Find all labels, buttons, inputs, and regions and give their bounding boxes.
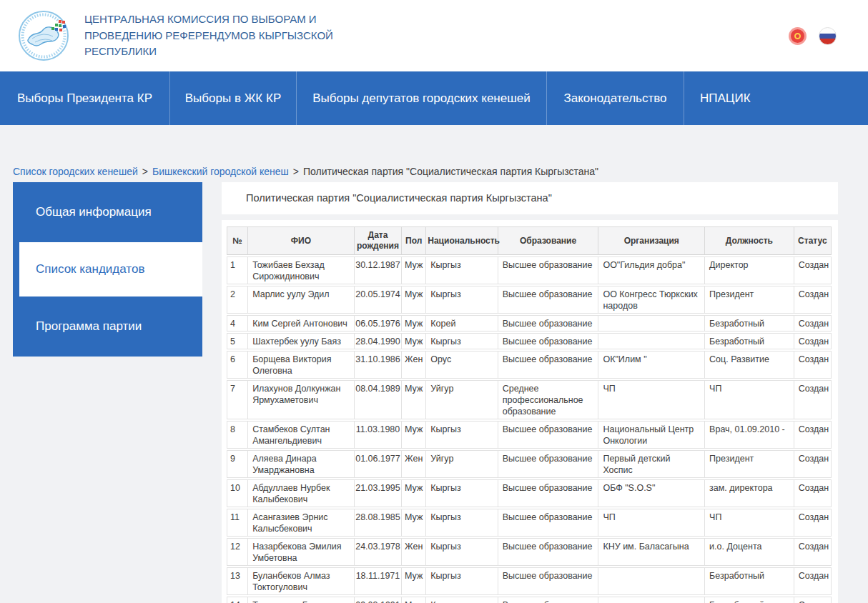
nav-item-1[interactable]: Выборы Президента КР (0, 71, 170, 125)
table-cell: Высшее образование (498, 315, 598, 332)
table-cell: Безработный (704, 597, 794, 603)
site-title: Центральная комиссия по выборам и провед… (84, 11, 340, 60)
sidebar-item[interactable]: Список кандидатов (19, 242, 202, 296)
table-cell: Тожибаев Бехзад Сирожидинович (247, 256, 354, 284)
party-title-card: Политическая партия "Социалистическая па… (222, 182, 838, 214)
table-cell: Назарбекова Эмилия Умбетовна (247, 538, 354, 566)
column-header: Организация (598, 226, 704, 255)
table-cell: 08.04.1989 (354, 380, 401, 419)
table-cell: 1 (227, 256, 247, 284)
table-cell: Создан (794, 479, 832, 507)
table-cell: 28.04.1990 (354, 333, 401, 349)
table-cell: Безработный (704, 567, 794, 595)
table-cell: 30.12.1987 (354, 256, 401, 284)
table-cell: 18.11.1971 (354, 567, 401, 595)
table-row: 6Борщева Виктория Олеговна31.10.1986ЖенО… (227, 351, 832, 379)
table-cell: Кыргыз (425, 597, 497, 603)
table-cell: Муж (401, 315, 425, 332)
breadcrumb-item[interactable]: Список городских кенешей (13, 166, 138, 177)
table-cell: Марлис уулу Эдил (247, 286, 354, 314)
breadcrumb-item[interactable]: Бишкекский городской кенеш (152, 166, 289, 177)
table-cell: ЧП (598, 380, 704, 419)
table-cell: ЧП (704, 509, 794, 537)
table-cell: 11 (227, 509, 247, 537)
column-header: № (227, 226, 247, 255)
table-cell: Кыргыз (425, 421, 497, 449)
table-header-row: №ФИОДата рожденияПолНациональностьОбразо… (227, 226, 832, 255)
table-cell: КНУ им. Баласагына (598, 538, 704, 566)
table-cell (598, 333, 704, 349)
table-row: 11Асангазиев Эрнис Калысбекович28.08.198… (227, 509, 832, 537)
table-cell: Создан (794, 450, 832, 478)
table-row: 4Ким Сергей Антонович06.05.1976МужКорейВ… (227, 315, 832, 332)
column-header: Образование (498, 226, 598, 255)
sidebar-item[interactable]: Общая информация (13, 182, 202, 242)
table-cell: Президент (704, 286, 794, 314)
column-header: Статус (794, 226, 832, 255)
table-cell: Борщева Виктория Олеговна (247, 351, 354, 379)
table-cell: Муж (401, 509, 425, 537)
column-header: ФИО (247, 226, 354, 255)
table-cell: Создан (794, 538, 832, 566)
table-cell: Кыргыз (425, 538, 497, 566)
table-cell (598, 597, 704, 603)
table-cell: Создан (794, 333, 832, 349)
nav-item-2[interactable]: Выборы в ЖК КР (170, 71, 297, 125)
table-cell: Кыргыз (425, 479, 497, 507)
table-cell: Шахтербек уулу Баяз (247, 333, 354, 349)
table-cell: Создан (794, 567, 832, 595)
table-row: 2Марлис уулу Эдил20.05.1974МужКыргызВысш… (227, 286, 832, 314)
page-title: Политическая партия "Социалистическая па… (246, 192, 552, 204)
table-cell: Орус (425, 351, 497, 379)
kyrgyz-flag-icon[interactable] (789, 27, 807, 45)
table-cell: Высшее образование (498, 597, 598, 603)
table-cell: 28.08.1985 (354, 509, 401, 537)
table-cell: 13 (227, 567, 247, 595)
table-cell: Высшее образование (498, 450, 598, 478)
table-cell: Создан (794, 351, 832, 379)
table-cell: Создан (794, 421, 832, 449)
nav-item-4[interactable]: Законодательство (547, 71, 684, 125)
table-row: 14Токтоматов Бектурсун Туманбетович09.03… (227, 597, 832, 603)
cec-logo-icon[interactable] (18, 10, 69, 61)
table-cell: Муж (401, 567, 425, 595)
table-cell: Первый детский Хоспис (598, 450, 704, 478)
main-nav: Выборы Президента КРВыборы в ЖК КРВыборы… (0, 71, 868, 125)
table-cell: 09.03.1991 (354, 597, 401, 603)
table-cell: Создан (794, 380, 832, 419)
table-cell: 20.05.1974 (354, 286, 401, 314)
russian-flag-icon[interactable] (819, 27, 837, 45)
table-row: 1Тожибаев Бехзад Сирожидинович30.12.1987… (227, 256, 832, 284)
table-row: 9Аляева Динара Умарджановна01.06.1977Жен… (227, 450, 832, 478)
table-row: 13Буланбеков Алмаз Токтогулович18.11.197… (227, 567, 832, 595)
table-cell: Муж (401, 256, 425, 284)
table-cell: Высшее образование (498, 421, 598, 449)
table-cell: Создан (794, 509, 832, 537)
table-cell: Ким Сергей Антонович (247, 315, 354, 332)
table-cell: Высшее образование (498, 351, 598, 379)
nav-item-3[interactable]: Выборы депутатов городских кенешей (297, 71, 547, 125)
table-cell: 8 (227, 421, 247, 449)
table-cell: Высшее образование (498, 567, 598, 595)
table-cell: Корей (425, 315, 497, 332)
breadcrumb: Список городских кенешей>Бишкекский горо… (13, 166, 868, 177)
sidebar: Общая информацияСписок кандидатовПрограм… (13, 182, 202, 357)
nav-item-5[interactable]: НПАЦИК (684, 71, 868, 125)
table-cell: Жен (401, 450, 425, 478)
table-cell: 06.05.1976 (354, 315, 401, 332)
table-cell: Аляева Динара Умарджановна (247, 450, 354, 478)
table-cell: Безработный (704, 333, 794, 349)
table-cell: ОО Конгресс Тюркских народов (598, 286, 704, 314)
sidebar-item[interactable]: Программа партии (13, 296, 202, 357)
table-cell: Директор (704, 256, 794, 284)
table-cell (598, 567, 704, 595)
page-content: Список городских кенешей>Бишкекский горо… (0, 125, 868, 603)
breadcrumb-item: Политическая партия "Социалистическая па… (303, 166, 598, 177)
table-cell: 21.03.1995 (354, 479, 401, 507)
table-cell: ОБФ "S.O.S" (598, 479, 704, 507)
table-cell: Асангазиев Эрнис Калысбекович (247, 509, 354, 537)
table-cell: Муж (401, 333, 425, 349)
table-cell: Создан (794, 597, 832, 603)
table-cell: Муж (401, 380, 425, 419)
table-cell: Кыргыз (425, 509, 497, 537)
